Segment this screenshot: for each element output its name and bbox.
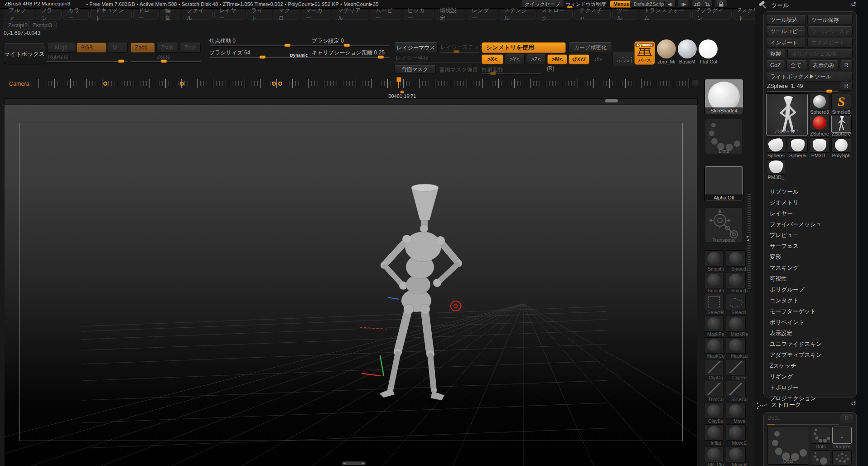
export-button[interactable]: エクスポート xyxy=(807,38,853,48)
z-intensity-handle[interactable] xyxy=(160,59,167,63)
rgb-intensity-slider[interactable]: Rgb強度 xyxy=(48,53,69,61)
menu-item[interactable]: ブラシ xyxy=(36,10,62,19)
tool-thumb-sphere3[interactable] xyxy=(810,94,829,109)
subpalette-item[interactable]: サブツール xyxy=(763,186,856,197)
brush-thumb[interactable] xyxy=(726,424,746,441)
subpalette-item[interactable]: リギング xyxy=(763,371,856,382)
stroke-thumb-dragdot[interactable] xyxy=(811,450,830,466)
menu-item[interactable]: ドキュメント xyxy=(90,10,132,19)
subpalette-item[interactable]: コンタクト xyxy=(763,295,856,306)
subpalette-item[interactable]: 可視性 xyxy=(763,273,856,284)
menu-item[interactable]: Zプラグイン xyxy=(692,10,732,19)
brush-thumb[interactable] xyxy=(704,359,724,375)
menu-item[interactable]: ファイル xyxy=(182,10,212,19)
menu-item[interactable]: レイヤー xyxy=(214,10,245,19)
lazy-mouse-button[interactable]: レイジーマウス xyxy=(394,42,438,53)
tool-thumb-pm3d[interactable] xyxy=(810,137,829,153)
radial-count-track[interactable] xyxy=(482,73,541,74)
brush-thumb[interactable] xyxy=(704,424,724,441)
tool-paste-button[interactable]: ツールペースト xyxy=(807,26,853,36)
brush-thumb[interactable] xyxy=(726,294,746,310)
script-tab-zscript3[interactable]: Zscript3 xyxy=(28,21,57,29)
menu-item[interactable]: ステンシル xyxy=(499,10,535,19)
tool-thumb-cyl1[interactable] xyxy=(766,137,786,153)
lazy-radius-slider[interactable]: レイジー半径 xyxy=(395,54,429,62)
material-thumb-flat[interactable] xyxy=(699,39,718,58)
material-thumb-basic[interactable] xyxy=(678,39,697,58)
symmetry-z-button[interactable]: >Z< xyxy=(526,54,546,64)
brush-size-handle[interactable] xyxy=(259,55,266,59)
lazy-step-handle[interactable] xyxy=(453,50,460,53)
tool-thumb-pm3d2[interactable] xyxy=(766,159,786,175)
dynamic-perspective-button[interactable]: Dynamic パース xyxy=(634,41,655,65)
stroke-palette-title[interactable]: ストローク xyxy=(771,401,801,409)
menu-item[interactable]: テクスチャ xyxy=(574,10,610,19)
timeline-key-1[interactable] xyxy=(103,82,107,86)
menu-item[interactable]: マテリアル xyxy=(333,10,369,19)
tool-reset-icon[interactable]: ↺ xyxy=(851,0,856,8)
symmetry-y-button[interactable]: >Y< xyxy=(505,54,525,64)
stroke-reset-icon[interactable]: ↺ xyxy=(851,400,856,407)
zcut-button[interactable]: Zcut xyxy=(180,43,201,53)
use-symmetry-button[interactable]: シンメトリを使用 xyxy=(482,42,566,53)
goz-all-button[interactable]: 全て xyxy=(786,60,807,70)
symmetry-m-button[interactable]: >M< xyxy=(547,54,567,64)
clone-button[interactable]: 複製 xyxy=(766,49,786,59)
menu-item[interactable]: 環境設定 xyxy=(435,10,465,19)
brush-settings-handle[interactable] xyxy=(343,44,350,47)
radial-y-button[interactable]: ↺Y xyxy=(594,56,603,63)
rgb-button[interactable]: RGB xyxy=(77,43,106,53)
menu-item[interactable]: マーカー xyxy=(301,10,332,19)
tool-name-track[interactable] xyxy=(767,91,838,92)
subpalette-item[interactable]: プレビュー xyxy=(763,230,856,241)
stroke-large-thumb[interactable]: Dots xyxy=(767,427,809,465)
rgb-intensity-handle[interactable] xyxy=(118,59,125,63)
tool-copy-button[interactable]: ツールコピー xyxy=(766,26,806,36)
brush-thumb[interactable] xyxy=(726,250,746,267)
goz-r-button[interactable]: R xyxy=(840,60,853,70)
timeline-ruler[interactable] xyxy=(39,78,700,90)
lazy-radius-track[interactable] xyxy=(394,63,480,63)
make-polymesh-button[interactable]: ポリメッシュ3D化 xyxy=(787,49,853,59)
stroke-thumb-spray[interactable] xyxy=(832,450,852,466)
backface-mask-button[interactable]: 背面マスク xyxy=(394,65,436,74)
timeline-key-2[interactable] xyxy=(180,82,184,86)
subpalette-item[interactable]: ポリグループ xyxy=(763,284,856,295)
tool-thumb-zsphere-red[interactable] xyxy=(810,115,829,131)
tool-save-button[interactable]: ツール保存 xyxy=(807,15,853,25)
tool-name-handle[interactable] xyxy=(826,89,833,93)
brush-settings-track[interactable] xyxy=(312,45,390,46)
menu-item[interactable]: ムービー xyxy=(371,10,401,19)
calibration-track[interactable] xyxy=(312,57,390,58)
focal-shift-track[interactable] xyxy=(209,45,317,46)
brush-thumb[interactable] xyxy=(704,446,724,462)
brush-thumb[interactable] xyxy=(726,446,746,462)
tool-slider-r-button[interactable]: R xyxy=(840,82,853,91)
subpalette-item[interactable]: ユニファイドスキン xyxy=(763,339,856,350)
tool-thumb-polysphere[interactable] xyxy=(831,137,851,153)
brush-thumb[interactable] xyxy=(704,337,724,354)
brush-thumb[interactable] xyxy=(726,381,746,397)
viewport-canvas[interactable]: ◀ ▶ xyxy=(5,105,697,466)
timeline-key-3[interactable] xyxy=(272,82,276,86)
menu-item[interactable]: カラー xyxy=(63,10,89,19)
z-intensity-track[interactable] xyxy=(130,61,201,62)
menu-item[interactable]: 編集 xyxy=(160,10,180,19)
material-thumb-current[interactable] xyxy=(657,39,676,58)
active-tool-thumb[interactable]: ZSphere_1 xyxy=(766,94,808,136)
menu-item[interactable]: ツール xyxy=(612,10,638,19)
brush-thumb[interactable] xyxy=(704,294,724,310)
focal-shift-slider[interactable]: 焦点移動 0 xyxy=(209,37,236,45)
menu-item[interactable]: ライト xyxy=(246,10,272,19)
stroke-type-track[interactable] xyxy=(767,424,839,425)
menu-item[interactable]: トランスフォーム xyxy=(639,10,691,19)
brush-thumb[interactable] xyxy=(726,403,746,419)
m-button[interactable]: M xyxy=(108,43,128,53)
brush-thumb[interactable] xyxy=(726,316,746,332)
brush-thumb[interactable] xyxy=(704,250,724,267)
lightbox-tool-button[interactable]: ライトボックス▶ツール xyxy=(766,72,853,82)
menu-item[interactable]: ストローク xyxy=(537,10,573,19)
lightbox-button[interactable]: ライトボックス xyxy=(4,44,45,64)
subpalette-item[interactable]: マスキング xyxy=(763,262,856,273)
focal-shift-handle[interactable] xyxy=(284,44,291,47)
